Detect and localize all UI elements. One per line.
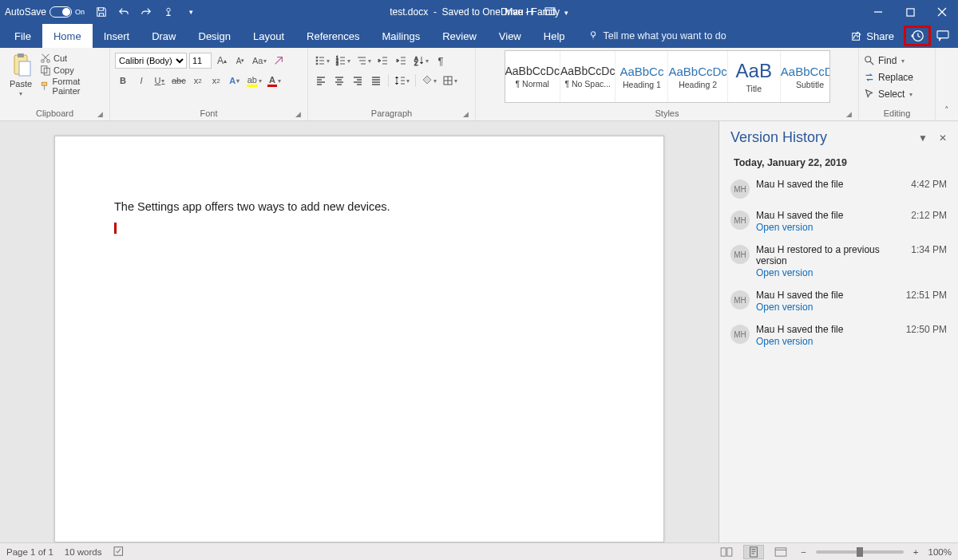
style-heading-2[interactable]: AaBbCcDcHeading 2 [668,51,727,102]
tab-mailings[interactable]: Mailings [371,24,432,48]
numbering-icon[interactable]: 123 [334,53,352,69]
svg-rect-6 [937,31,948,38]
styles-launcher-icon[interactable]: ◢ [846,110,852,118]
version-entry[interactable]: MHMau H saved the file12:51 PMOpen versi… [727,284,950,318]
tab-review[interactable]: Review [431,24,488,48]
tab-file[interactable]: File [3,24,42,48]
minimize-button[interactable] [862,0,894,24]
borders-icon[interactable] [441,73,459,89]
tab-design[interactable]: Design [188,24,242,48]
autosave-toggle[interactable]: AutoSave On [5,6,85,18]
print-layout-icon[interactable] [743,545,764,559]
highlight-color-icon[interactable]: ab [245,73,263,89]
maximize-button[interactable] [894,0,926,24]
undo-icon[interactable] [115,3,133,21]
style-subtitle[interactable]: AaBbCcDcSubtitle [781,51,830,102]
web-layout-icon[interactable] [770,545,791,559]
open-version-link[interactable]: Open version [756,336,947,347]
document-area[interactable]: The Settings app offers two ways to add … [0,121,718,542]
shading-icon[interactable] [420,73,438,89]
styles-gallery[interactable]: AaBbCcDc¶ Normal AaBbCcDc¶ No Spac... Aa… [505,50,830,103]
version-time: 2:12 PM [911,210,947,221]
zoom-level[interactable]: 100% [928,547,952,557]
version-history-button[interactable] [904,26,931,46]
version-entry[interactable]: MHMau H saved the file4:42 PM [727,173,950,204]
replace-button[interactable]: Replace [864,69,913,85]
font-color-icon[interactable]: A [266,73,283,89]
style-heading-1[interactable]: AaBbCcHeading 1 [616,51,668,102]
paste-button[interactable]: Paste ▾ [5,50,37,99]
line-spacing-icon[interactable] [393,73,411,89]
paragraph-launcher-icon[interactable]: ◢ [463,110,469,118]
tab-home[interactable]: Home [42,24,93,48]
panel-options-icon[interactable]: ▼ [918,132,928,144]
qat-customize-icon[interactable]: ▾ [182,3,200,21]
tab-draw[interactable]: Draw [141,24,187,48]
panel-close-icon[interactable]: ✕ [939,132,947,144]
close-button[interactable] [926,0,958,24]
align-center-icon[interactable] [331,73,347,89]
save-icon[interactable] [93,3,110,21]
underline-button[interactable]: U [152,73,168,89]
text-effects-icon[interactable]: A [227,73,243,89]
share-button[interactable]: Share [845,24,901,48]
font-launcher-icon[interactable]: ◢ [295,110,301,118]
read-mode-icon[interactable] [716,545,737,559]
find-button[interactable]: Find▾ [864,53,913,69]
align-right-icon[interactable] [350,73,366,89]
status-words[interactable]: 10 words [65,547,102,557]
format-painter-button[interactable]: Format Painter [40,77,105,96]
align-left-icon[interactable] [313,73,329,89]
cut-button[interactable]: Cut [40,53,105,64]
version-entry[interactable]: MHMau H saved the file12:50 PMOpen versi… [727,318,950,353]
style-title[interactable]: AaBTitle [728,51,781,102]
change-case-icon[interactable]: Aa [251,53,268,69]
clear-formatting-icon[interactable] [271,53,287,69]
clipboard-launcher-icon[interactable]: ◢ [97,110,103,118]
touch-mode-icon[interactable] [160,3,177,21]
subscript-button[interactable]: x2 [190,73,206,89]
font-name-select[interactable]: Calibri (Body) [115,53,187,69]
shrink-font-icon[interactable]: A▾ [232,53,248,69]
version-entry[interactable]: MHMau H restored to a previous version1:… [727,239,950,284]
font-size-input[interactable] [189,53,212,69]
grow-font-icon[interactable]: A▴ [214,53,230,69]
show-marks-icon[interactable]: ¶ [433,53,449,69]
status-page[interactable]: Page 1 of 1 [6,547,53,557]
open-version-link[interactable]: Open version [756,222,947,233]
redo-icon[interactable] [137,3,155,21]
version-entry[interactable]: MHMau H saved the file2:12 PMOpen versio… [727,204,950,239]
tab-layout[interactable]: Layout [242,24,295,48]
autosave-pill[interactable] [49,6,72,18]
document-page[interactable]: The Settings app offers two ways to add … [54,136,664,542]
group-styles: AaBbCcDc¶ Normal AaBbCcDc¶ No Spac... Aa… [476,48,859,120]
zoom-slider[interactable] [816,550,904,554]
bullets-icon[interactable] [313,53,331,69]
tab-insert[interactable]: Insert [93,24,141,48]
strikethrough-button[interactable]: abc [170,73,188,89]
comments-icon[interactable] [934,27,952,45]
select-button[interactable]: Select▾ [864,86,913,102]
sort-icon[interactable]: AZ [412,53,430,69]
open-version-link[interactable]: Open version [756,302,947,313]
zoom-out-button[interactable]: − [798,547,810,557]
tell-me-search[interactable]: Tell me what you want to do [576,24,738,48]
tab-references[interactable]: References [295,24,370,48]
justify-icon[interactable] [368,73,384,89]
tab-view[interactable]: View [488,24,532,48]
superscript-button[interactable]: x2 [208,73,224,89]
style-no-spacing[interactable]: AaBbCcDc¶ No Spac... [560,51,616,102]
svg-point-17 [316,63,318,65]
bold-button[interactable]: B [115,73,131,89]
copy-button[interactable]: Copy [40,65,105,76]
status-proofing-icon[interactable] [113,546,126,558]
italic-button[interactable]: I [133,73,149,89]
tab-help[interactable]: Help [532,24,576,48]
decrease-indent-icon[interactable] [375,53,391,69]
multilevel-list-icon[interactable] [354,53,373,69]
style-normal[interactable]: AaBbCcDc¶ Normal [505,51,560,102]
increase-indent-icon[interactable] [394,53,410,69]
open-version-link[interactable]: Open version [756,267,947,278]
zoom-in-button[interactable]: + [910,547,922,557]
collapse-ribbon-icon[interactable]: ˄ [936,48,958,120]
